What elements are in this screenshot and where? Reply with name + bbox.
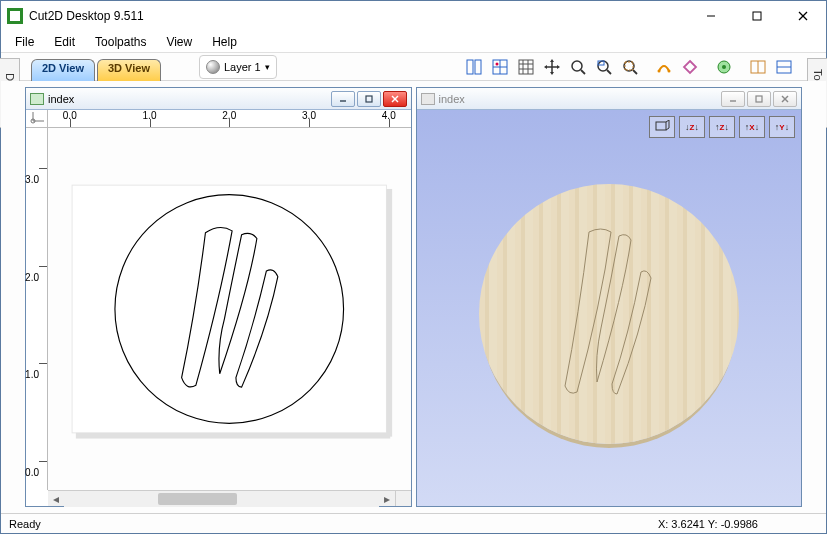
view-2d-canvas-area: 0.01.02.03.04.0 0.01.02.03.0 (26, 110, 411, 506)
preview-icon[interactable] (712, 55, 736, 79)
ruler-origin-icon (26, 110, 48, 128)
window-layout-b-icon[interactable] (772, 55, 796, 79)
svg-marker-19 (544, 65, 547, 69)
status-text: Ready (9, 518, 41, 530)
svg-rect-54 (656, 122, 666, 130)
pane-2d-close-button[interactable] (383, 91, 407, 107)
menu-view[interactable]: View (156, 33, 202, 51)
ruler-x-label: 1.0 (143, 110, 157, 121)
menu-toolpaths[interactable]: Toolpaths (85, 33, 156, 51)
svg-rect-39 (366, 96, 372, 102)
canvas-2d[interactable] (48, 128, 411, 490)
pane-2d-icon (30, 93, 44, 105)
cursor-coordinates: X: 3.6241 Y: -0.9986 (658, 518, 758, 530)
zoom-selected-icon[interactable] (618, 55, 642, 79)
layer-swatch-icon (206, 60, 220, 74)
svg-rect-4 (467, 60, 473, 74)
svg-rect-47 (76, 433, 390, 439)
ruler-horizontal[interactable]: 0.01.02.03.04.0 (48, 110, 411, 128)
view-mode-tabs: 2D View 3D View (31, 53, 163, 80)
pane-3d-maximize-button[interactable] (747, 91, 771, 107)
tab-2d-view[interactable]: 2D View (31, 59, 95, 81)
scroll-left-button[interactable]: ◂ (48, 491, 64, 507)
layer-dropdown[interactable]: Layer 1 ▾ (199, 55, 277, 79)
app-icon (7, 8, 23, 24)
close-button[interactable] (780, 1, 826, 31)
axis-iso-button[interactable] (649, 116, 675, 138)
pane-3d-minimize-button[interactable] (721, 91, 745, 107)
scroll-right-button[interactable]: ▸ (379, 491, 395, 507)
window-controls (688, 1, 826, 31)
zoom-extents-icon[interactable] (566, 55, 590, 79)
ruler-x-label: 4.0 (382, 110, 396, 121)
menu-edit[interactable]: Edit (44, 33, 85, 51)
ruler-y-label: 0.0 (25, 467, 39, 478)
material-preview-disc (479, 184, 739, 444)
layer-dropdown-label: Layer 1 (224, 61, 261, 73)
menu-help[interactable]: Help (202, 33, 247, 51)
toggle-vectors-icon[interactable] (652, 55, 676, 79)
view-toolbar: 2D View 3D View Layer 1 ▾ (1, 53, 826, 81)
ruler-x-label: 3.0 (302, 110, 316, 121)
pane-2d-title: index (48, 93, 74, 105)
svg-rect-51 (756, 96, 762, 102)
scroll-h-thumb[interactable] (158, 493, 237, 505)
svg-point-23 (598, 61, 608, 71)
axis-z-up-button[interactable]: ↑Z↓ (709, 116, 735, 138)
minimize-button[interactable] (688, 1, 734, 31)
svg-rect-5 (475, 60, 481, 74)
svg-line-24 (607, 70, 611, 74)
pane-2d-view: index 0.01.02.03.04.0 0.01.02.03.0 (25, 87, 412, 507)
pane-3d-title: index (439, 93, 465, 105)
grid-icon[interactable] (514, 55, 538, 79)
pane-2d-maximize-button[interactable] (357, 91, 381, 107)
tab-3d-view[interactable]: 3D View (97, 59, 161, 81)
maximize-button[interactable] (734, 1, 780, 31)
pane-3d-icon (421, 93, 435, 105)
svg-point-33 (722, 65, 726, 69)
axis-x-button[interactable]: ↑X↓ (739, 116, 765, 138)
window-title: Cut2D Desktop 9.511 (29, 9, 688, 23)
svg-line-22 (581, 70, 585, 74)
svg-rect-28 (625, 62, 633, 70)
pane-3d-titlebar[interactable]: index (417, 88, 802, 110)
ruler-vertical[interactable]: 0.01.02.03.0 (26, 128, 48, 490)
tile-windows-icon[interactable] (462, 55, 486, 79)
ruler-y-label: 2.0 (25, 271, 39, 282)
svg-marker-17 (550, 59, 554, 62)
svg-rect-45 (72, 185, 386, 433)
svg-point-9 (496, 62, 499, 65)
zoom-window-icon[interactable] (592, 55, 616, 79)
svg-point-30 (668, 69, 671, 72)
pan-icon[interactable] (540, 55, 564, 79)
ruler-y-label: 1.0 (25, 369, 39, 380)
scroll-h-track[interactable] (64, 491, 379, 507)
snap-grid-icon[interactable] (488, 55, 512, 79)
menu-bar: File Edit Toolpaths View Help (1, 31, 826, 53)
title-bar: Cut2D Desktop 9.511 (1, 1, 826, 31)
svg-line-27 (633, 70, 637, 74)
chevron-down-icon: ▾ (265, 62, 270, 72)
pane-2d-titlebar[interactable]: index (26, 88, 411, 110)
axis-view-buttons: ↓Z↓ ↑Z↓ ↑X↓ ↑Y↓ (649, 116, 795, 138)
window-layout-a-icon[interactable] (746, 55, 770, 79)
pane-3d-close-button[interactable] (773, 91, 797, 107)
axis-y-button[interactable]: ↑Y↓ (769, 116, 795, 138)
svg-marker-20 (557, 65, 560, 69)
pane-3d-view: index ↓Z↓ ↑Z↓ ↑X↓ ↑Y↓ (416, 87, 803, 507)
ruler-x-label: 0.0 (63, 110, 77, 121)
canvas-3d[interactable]: ↓Z↓ ↑Z↓ ↑X↓ ↑Y↓ (417, 110, 802, 506)
svg-point-29 (658, 69, 661, 72)
svg-rect-1 (753, 12, 761, 20)
scrollbar-horizontal[interactable]: ◂ ▸ (48, 490, 395, 506)
svg-marker-18 (550, 72, 554, 75)
menu-file[interactable]: File (5, 33, 44, 51)
axis-z-down-button[interactable]: ↓Z↓ (679, 116, 705, 138)
scroll-corner (395, 490, 411, 506)
pane-2d-minimize-button[interactable] (331, 91, 355, 107)
work-area: index 0.01.02.03.04.0 0.01.02.03.0 (1, 81, 826, 513)
toggle-toolpaths-icon[interactable] (678, 55, 702, 79)
svg-rect-10 (519, 60, 533, 74)
ruler-x-label: 2.0 (222, 110, 236, 121)
svg-rect-48 (386, 189, 392, 437)
